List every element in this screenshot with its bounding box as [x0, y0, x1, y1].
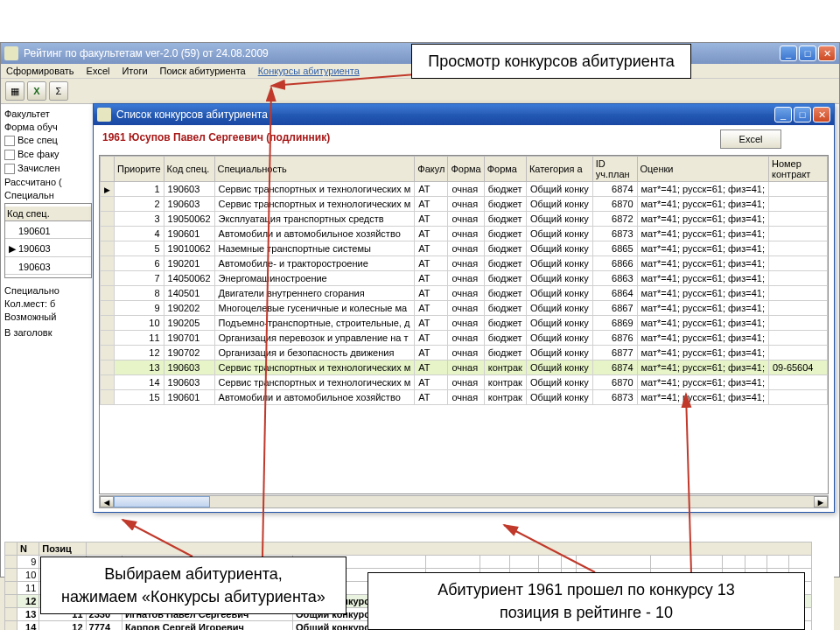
svg-line-3 — [504, 525, 595, 572]
annotation-left: Выбираем абитуриента, нажимаем «Конкурсы… — [40, 556, 346, 614]
svg-line-1 — [122, 520, 192, 556]
annotation-arrows — [0, 0, 840, 630]
annotation-top: Просмотр конкурсов абитуриента — [411, 44, 691, 79]
svg-line-2 — [262, 88, 271, 556]
annotation-right: Абитуриент 1961 прошел по конкурсу 13 по… — [368, 572, 805, 630]
svg-line-4 — [686, 394, 691, 572]
